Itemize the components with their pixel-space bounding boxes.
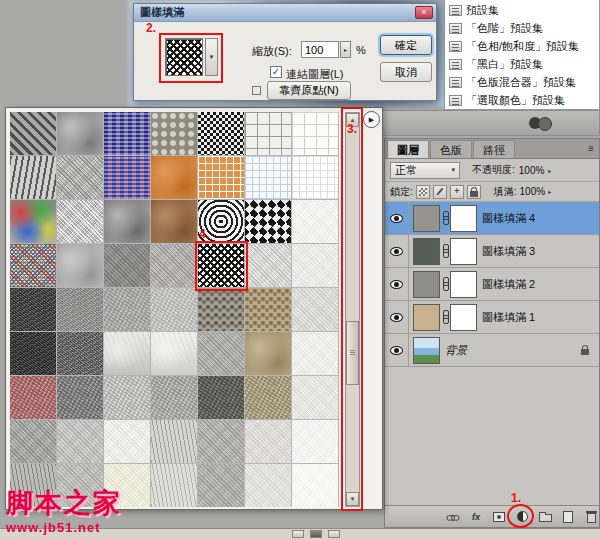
blend-mode-select[interactable]: 正常 ▾ xyxy=(390,162,460,179)
pattern-swatch[interactable] xyxy=(151,420,197,463)
pattern-swatch[interactable] xyxy=(151,288,197,331)
pattern-swatch[interactable] xyxy=(151,464,197,507)
fill-value[interactable]: 100% xyxy=(520,186,546,197)
cancel-button[interactable]: 取消 xyxy=(380,62,432,82)
preset-menu-item[interactable]: 「色版混合器」預設集 xyxy=(445,73,599,91)
new-layer-button[interactable] xyxy=(560,509,576,524)
opacity-value[interactable]: 100% xyxy=(519,165,545,176)
pattern-swatch[interactable] xyxy=(151,112,197,155)
pattern-swatch[interactable] xyxy=(198,332,244,375)
status-doc-icon[interactable] xyxy=(310,530,322,538)
pattern-swatch[interactable] xyxy=(198,156,244,199)
pattern-swatch[interactable] xyxy=(10,156,56,199)
pattern-swatch[interactable] xyxy=(57,156,103,199)
pattern-swatch[interactable] xyxy=(245,420,291,463)
pattern-swatch[interactable] xyxy=(57,244,103,287)
visibility-toggle[interactable] xyxy=(385,235,409,267)
scroll-down-button[interactable]: ▼ xyxy=(346,492,359,506)
flyout-menu-button[interactable]: ▶ xyxy=(363,111,380,128)
visibility-toggle[interactable] xyxy=(385,301,409,333)
layer-row[interactable]: 圖樣填滿 1 xyxy=(385,301,599,334)
layer-style-button[interactable]: fx xyxy=(468,509,484,524)
pattern-swatch[interactable] xyxy=(10,420,56,463)
layer-row[interactable]: 圖樣填滿 3 xyxy=(385,235,599,268)
layer-mask-thumbnail[interactable] xyxy=(450,205,477,232)
pattern-swatch[interactable] xyxy=(10,244,56,287)
preset-menu-item[interactable]: 「色階」預設集 xyxy=(445,19,599,37)
ok-button[interactable]: 確定 xyxy=(380,35,432,55)
pattern-swatch[interactable] xyxy=(57,376,103,419)
pattern-swatch[interactable] xyxy=(292,200,338,243)
pattern-swatch[interactable] xyxy=(292,376,338,419)
link-layers-checkbox[interactable]: ✓ xyxy=(270,66,282,78)
pattern-swatch[interactable] xyxy=(151,376,197,419)
pattern-swatch[interactable] xyxy=(104,244,150,287)
pattern-swatch[interactable] xyxy=(151,332,197,375)
fill-arrow-icon[interactable]: ▸ xyxy=(548,188,551,195)
pattern-swatch[interactable] xyxy=(292,420,338,463)
scale-input[interactable] xyxy=(301,41,339,58)
pattern-swatch[interactable] xyxy=(198,288,244,331)
pattern-swatch[interactable] xyxy=(57,288,103,331)
layer-mask-thumbnail[interactable] xyxy=(450,304,477,331)
pattern-swatch[interactable] xyxy=(57,420,103,463)
snap-origin-button[interactable]: 靠齊原點(N) xyxy=(267,81,351,100)
layer-thumbnail[interactable] xyxy=(413,238,440,265)
pattern-swatch[interactable] xyxy=(104,112,150,155)
panel-menu-icon[interactable]: ≡ xyxy=(588,143,594,154)
visibility-toggle[interactable] xyxy=(385,268,409,300)
pattern-swatch[interactable] xyxy=(151,244,197,287)
pattern-swatch[interactable] xyxy=(151,156,197,199)
new-group-button[interactable] xyxy=(537,509,553,524)
visibility-toggle[interactable] xyxy=(385,334,409,366)
pattern-swatch[interactable] xyxy=(245,288,291,331)
pattern-dropdown-button[interactable]: ▾ xyxy=(205,38,218,76)
pattern-swatch[interactable] xyxy=(10,288,56,331)
preset-menu-item[interactable]: 預設集 xyxy=(445,1,599,19)
pattern-swatch[interactable] xyxy=(245,464,291,507)
tab-layers[interactable]: 圖層 xyxy=(387,140,429,158)
preset-menu-item[interactable]: 「選取顏色」預設集 xyxy=(445,91,599,109)
pattern-swatch[interactable] xyxy=(198,420,244,463)
lock-pixels-button[interactable] xyxy=(433,185,447,199)
pattern-swatch[interactable] xyxy=(245,200,291,243)
visibility-toggle[interactable] xyxy=(385,202,409,234)
layer-thumbnail[interactable] xyxy=(413,304,440,331)
pattern-swatch[interactable] xyxy=(198,376,244,419)
preset-menu-item[interactable]: 「色相/飽和度」預設集 xyxy=(445,37,599,55)
lock-position-button[interactable]: + xyxy=(450,185,464,199)
preset-menu-item[interactable]: 「黑白」預設集 xyxy=(445,55,599,73)
pattern-swatch[interactable] xyxy=(245,244,291,287)
pattern-swatch[interactable] xyxy=(10,112,56,155)
pattern-swatch[interactable] xyxy=(292,244,338,287)
scrollbar-thumb[interactable] xyxy=(346,321,359,385)
lock-transparency-button[interactable] xyxy=(416,185,430,199)
layer-mask-thumbnail[interactable] xyxy=(450,238,477,265)
pattern-swatch[interactable] xyxy=(198,112,244,155)
pattern-swatch[interactable] xyxy=(10,200,56,243)
opacity-arrow-icon[interactable]: ▸ xyxy=(548,167,551,174)
pattern-swatch[interactable] xyxy=(104,376,150,419)
pattern-swatch[interactable] xyxy=(292,156,338,199)
pattern-swatch[interactable] xyxy=(10,332,56,375)
pattern-swatch[interactable] xyxy=(151,200,197,243)
add-mask-button[interactable] xyxy=(491,509,507,524)
pattern-swatch[interactable] xyxy=(245,112,291,155)
pattern-swatch[interactable] xyxy=(245,376,291,419)
pattern-swatch[interactable] xyxy=(104,156,150,199)
pattern-swatch[interactable] xyxy=(57,112,103,155)
pattern-swatch[interactable] xyxy=(57,200,103,243)
pattern-swatch[interactable] xyxy=(245,156,291,199)
layer-mask-thumbnail[interactable] xyxy=(450,271,477,298)
pattern-swatch[interactable] xyxy=(292,288,338,331)
pattern-preview-swatch[interactable] xyxy=(165,38,203,76)
layer-thumbnail[interactable] xyxy=(413,337,440,364)
close-button[interactable]: × xyxy=(415,6,433,19)
pattern-swatch[interactable] xyxy=(104,420,150,463)
layer-row[interactable]: 背景 xyxy=(385,334,599,367)
tab-channels[interactable]: 色版 xyxy=(430,140,472,158)
pattern-swatch[interactable] xyxy=(104,332,150,375)
link-layers-button[interactable] xyxy=(445,509,461,524)
tab-paths[interactable]: 路徑 xyxy=(473,140,515,158)
delete-layer-button[interactable] xyxy=(583,509,599,524)
